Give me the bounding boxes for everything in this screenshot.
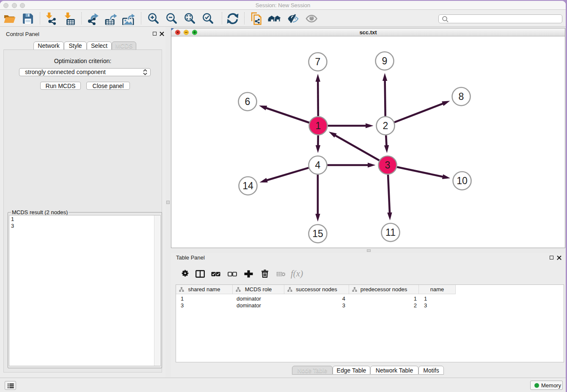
svg-text:3: 3 <box>385 160 391 171</box>
svg-text:10: 10 <box>457 175 468 186</box>
svg-text:15: 15 <box>312 228 323 239</box>
svg-text:9: 9 <box>382 55 388 66</box>
svg-text:6: 6 <box>245 96 250 107</box>
svg-text:4: 4 <box>315 160 321 171</box>
svg-text:2: 2 <box>383 120 388 131</box>
svg-text:1: 1 <box>316 120 321 131</box>
svg-text:8: 8 <box>459 91 464 102</box>
svg-text:7: 7 <box>315 56 321 67</box>
svg-text:11: 11 <box>385 227 396 238</box>
svg-text:14: 14 <box>242 180 253 191</box>
